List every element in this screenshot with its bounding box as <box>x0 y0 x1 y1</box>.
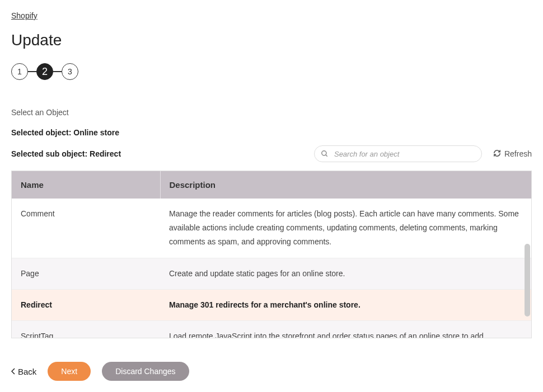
table-row[interactable]: RedirectManage 301 redirects for a merch… <box>12 289 531 320</box>
back-button[interactable]: Back <box>11 367 36 376</box>
step-1[interactable]: 1 <box>11 63 28 80</box>
column-header-name: Name <box>12 171 160 199</box>
cell-description: Create and update static pages for an on… <box>160 258 531 289</box>
cell-name: ScriptTag <box>12 320 160 338</box>
cell-name: Comment <box>12 199 160 258</box>
cell-name: Redirect <box>12 289 160 320</box>
step-connector <box>53 71 62 72</box>
scrollbar[interactable] <box>525 244 530 317</box>
section-label: Select an Object <box>11 108 532 117</box>
refresh-icon <box>493 149 501 159</box>
refresh-label: Refresh <box>504 149 532 158</box>
next-button[interactable]: Next <box>48 362 91 381</box>
cell-description: Load remote JavaScript into the storefro… <box>160 320 531 338</box>
chevron-left-icon <box>11 367 16 376</box>
cell-description: Manage 301 redirects for a merchant's on… <box>160 289 531 320</box>
object-table: Name Description CommentManage the reade… <box>12 171 531 338</box>
discard-button[interactable]: Discard Changes <box>102 362 189 381</box>
stepper: 1 2 3 <box>11 63 532 80</box>
table-row[interactable]: ScriptTagLoad remote JavaScript into the… <box>12 320 531 338</box>
svg-point-0 <box>322 151 326 155</box>
cell-description: Manage the reader comments for articles … <box>160 199 531 258</box>
refresh-button[interactable]: Refresh <box>493 149 532 159</box>
search-input[interactable] <box>314 145 482 162</box>
back-label: Back <box>18 367 36 376</box>
table-row[interactable]: PageCreate and update static pages for a… <box>12 258 531 289</box>
step-3[interactable]: 3 <box>62 63 78 80</box>
search-wrap <box>314 145 482 162</box>
footer: Back Next Discard Changes <box>0 351 543 392</box>
table-row[interactable]: CommentManage the reader comments for ar… <box>12 199 531 258</box>
svg-line-1 <box>326 155 327 157</box>
step-connector <box>28 71 36 72</box>
selected-object: Selected object: Online store <box>11 128 532 137</box>
table-container: Name Description CommentManage the reade… <box>11 171 532 338</box>
step-2[interactable]: 2 <box>36 63 53 80</box>
page-title: Update <box>11 31 532 49</box>
column-header-description: Description <box>160 171 531 199</box>
search-icon <box>321 150 329 158</box>
breadcrumb-shopify[interactable]: Shopify <box>11 11 38 20</box>
selected-sub-object: Selected sub object: Redirect <box>11 149 314 158</box>
cell-name: Page <box>12 258 160 289</box>
